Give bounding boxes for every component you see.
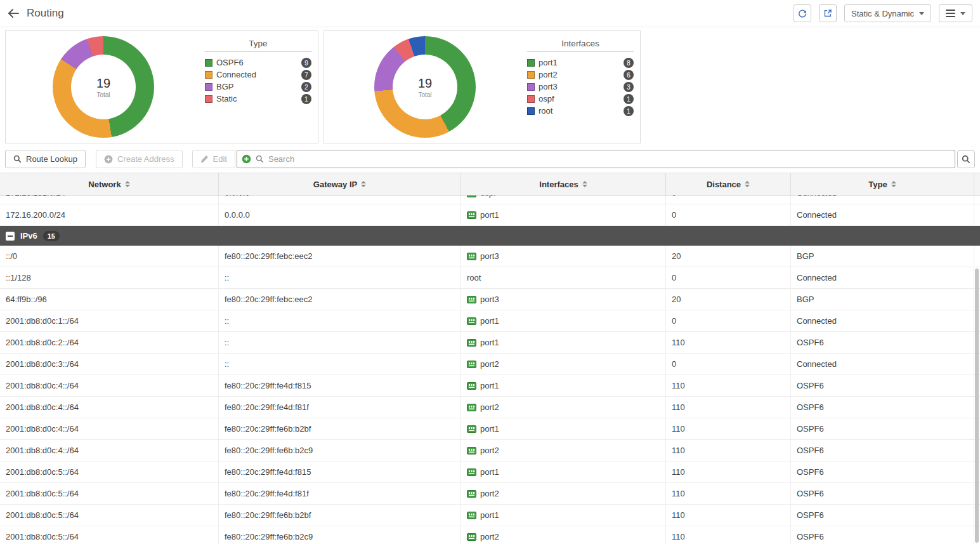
table-row[interactable]: 2001:db8:d0c:5::/64 fe80::20c:29ff:fe4d:… bbox=[0, 461, 980, 483]
table-row[interactable]: 172.16.151.0/24 0.0.0.0 ospf 0 Connected bbox=[0, 196, 980, 204]
route-filter-dropdown[interactable]: Static & Dynamic bbox=[844, 4, 931, 22]
donut-total: 19 bbox=[96, 76, 110, 91]
interface-icon bbox=[467, 296, 476, 303]
table-row[interactable]: ::/0 fe80::20c:29ff:febc:eec2 port3 20 B… bbox=[0, 246, 980, 267]
column-header[interactable]: Gateway IP bbox=[219, 173, 461, 195]
legend-item[interactable]: OSPF6 9 bbox=[205, 56, 311, 69]
table-row[interactable]: ::1/128 :: root 0 Connected bbox=[0, 267, 980, 289]
type-cell: Connected bbox=[791, 204, 974, 225]
legend-label: OSPF6 bbox=[216, 58, 244, 67]
distance-cell: 110 bbox=[666, 526, 791, 544]
legend-label: ospf bbox=[539, 94, 554, 103]
table-row[interactable]: 2001:db8:d0c:5::/64 fe80::20c:29ff:fe4d:… bbox=[0, 483, 980, 505]
donut-total: 19 bbox=[418, 76, 432, 91]
legend-item[interactable]: Connected 7 bbox=[205, 69, 311, 81]
legend-swatch bbox=[527, 83, 535, 91]
table-row[interactable]: 2001:db8:d0c:2::/64 :: port1 110 OSPF6 bbox=[0, 332, 980, 354]
column-header[interactable]: Interfaces bbox=[461, 173, 666, 195]
gateway-cell: fe80::20c:29ff:fe4d:f81f bbox=[219, 483, 461, 504]
legend-swatch bbox=[205, 95, 212, 103]
distance-cell: 0 bbox=[666, 196, 791, 204]
interface-cell: port1 bbox=[461, 310, 666, 331]
type-donut-chart: 19 Total bbox=[53, 36, 154, 138]
vertical-scrollbar[interactable] bbox=[975, 269, 979, 543]
legend-item[interactable]: port1 8 bbox=[527, 56, 634, 69]
legend-label: root bbox=[539, 106, 552, 116]
sort-icon bbox=[891, 181, 896, 187]
legend-label: Connected bbox=[216, 70, 256, 79]
add-filter-icon[interactable] bbox=[242, 154, 251, 164]
table-row[interactable]: 172.16.200.0/24 0.0.0.0 port1 0 Connecte… bbox=[0, 204, 980, 226]
table-row[interactable]: 2001:db8:d0c:4::/64 fe80::20c:29ff:fe6b:… bbox=[0, 418, 980, 440]
table-row[interactable]: 2001:db8:d0c:3::/64 :: port2 0 Connected bbox=[0, 354, 980, 375]
route-lookup-button[interactable]: Route Lookup bbox=[5, 150, 86, 168]
table-row[interactable]: 2001:db8:d0c:1::/64 :: port1 0 Connected bbox=[0, 310, 980, 332]
interface-cell: root bbox=[461, 267, 666, 288]
distance-cell: 110 bbox=[666, 505, 791, 526]
distance-cell: 110 bbox=[666, 332, 791, 353]
column-header[interactable]: Network bbox=[0, 173, 219, 195]
menu-dropdown[interactable] bbox=[939, 4, 972, 22]
collapse-minus-icon[interactable] bbox=[6, 232, 15, 241]
sort-icon bbox=[582, 181, 587, 187]
interface-cell: port2 bbox=[461, 397, 666, 418]
legend-item[interactable]: BGP 2 bbox=[205, 81, 311, 93]
interface-icon bbox=[467, 382, 476, 390]
table-row[interactable]: 2001:db8:d0c:4::/64 fe80::20c:29ff:fe6b:… bbox=[0, 440, 980, 461]
interface-label: port1 bbox=[480, 510, 499, 520]
legend-swatch bbox=[205, 59, 212, 67]
distance-cell: 0 bbox=[666, 267, 791, 288]
distance-cell: 20 bbox=[666, 246, 791, 267]
column-header[interactable]: Distance bbox=[666, 173, 791, 195]
column-label: Gateway IP bbox=[313, 180, 357, 189]
search-input[interactable] bbox=[268, 154, 950, 164]
table-header: Network Gateway IP Interfaces Distance T… bbox=[0, 173, 980, 196]
page-title: Routing bbox=[27, 7, 64, 20]
donut-total-label: Total bbox=[96, 91, 110, 98]
interface-label: port3 bbox=[480, 251, 499, 261]
table-row[interactable]: 2001:db8:d0c:5::/64 fe80::20c:29ff:fe6b:… bbox=[0, 505, 980, 526]
legend-item[interactable]: port2 6 bbox=[527, 69, 634, 81]
legend-label: port1 bbox=[539, 58, 558, 67]
interface-label: port1 bbox=[480, 210, 499, 220]
legend-item[interactable]: root 1 bbox=[527, 105, 634, 117]
type-legend: Type OSPF6 9 Connected 7 bbox=[205, 39, 311, 105]
count-badge: 7 bbox=[301, 70, 311, 80]
table-row[interactable]: 64:ff9b::/96 fe80::20c:29ff:febc:eec2 po… bbox=[0, 289, 980, 310]
back-arrow-icon[interactable] bbox=[8, 8, 19, 18]
plus-circle-icon bbox=[104, 155, 113, 164]
legend-item[interactable]: Static 1 bbox=[205, 93, 311, 105]
legend-item[interactable]: port3 3 bbox=[527, 81, 634, 93]
interface-icon bbox=[467, 490, 476, 498]
edit-button[interactable]: Edit bbox=[192, 150, 235, 168]
table-row[interactable]: 2001:db8:d0c:5::/64 fe80::20c:29ff:fe6b:… bbox=[0, 526, 980, 544]
popout-button[interactable] bbox=[819, 4, 837, 22]
interface-cell: port3 bbox=[461, 246, 666, 267]
donut-center: 19 Total bbox=[393, 55, 457, 119]
type-cell: OSPF6 bbox=[791, 440, 974, 461]
interface-cell: port1 bbox=[461, 375, 666, 396]
count-badge: 1 bbox=[624, 106, 634, 116]
route-lookup-label: Route Lookup bbox=[26, 154, 77, 164]
topbar-actions: Static & Dynamic bbox=[794, 4, 972, 22]
refresh-button[interactable] bbox=[794, 4, 811, 22]
section-count-badge: 15 bbox=[43, 231, 60, 241]
interface-cell: port2 bbox=[461, 354, 666, 375]
table-row[interactable]: 2001:db8:d0c:4::/64 fe80::20c:29ff:fe4d:… bbox=[0, 375, 980, 397]
legend-item[interactable]: ospf 1 bbox=[527, 93, 634, 105]
interfaces-donut-chart: 19 Total bbox=[374, 36, 476, 138]
section-label: IPv6 bbox=[20, 231, 37, 241]
column-header[interactable]: Type bbox=[791, 173, 974, 195]
type-cell: OSPF6 bbox=[791, 397, 974, 418]
network-cell: 2001:db8:d0c:3::/64 bbox=[0, 354, 219, 375]
interface-icon bbox=[467, 196, 476, 197]
count-badge: 9 bbox=[301, 58, 311, 68]
interface-icon bbox=[467, 447, 476, 454]
sort-icon bbox=[745, 181, 750, 187]
table-row[interactable]: 2001:db8:d0c:4::/64 fe80::20c:29ff:fe4d:… bbox=[0, 397, 980, 418]
create-address-button[interactable]: Create Address bbox=[96, 150, 183, 168]
type-cell: BGP bbox=[791, 289, 974, 310]
distance-cell: 110 bbox=[666, 418, 791, 439]
submit-search-button[interactable] bbox=[957, 150, 975, 168]
ipv6-section-header[interactable]: IPv6 15 bbox=[0, 226, 980, 246]
